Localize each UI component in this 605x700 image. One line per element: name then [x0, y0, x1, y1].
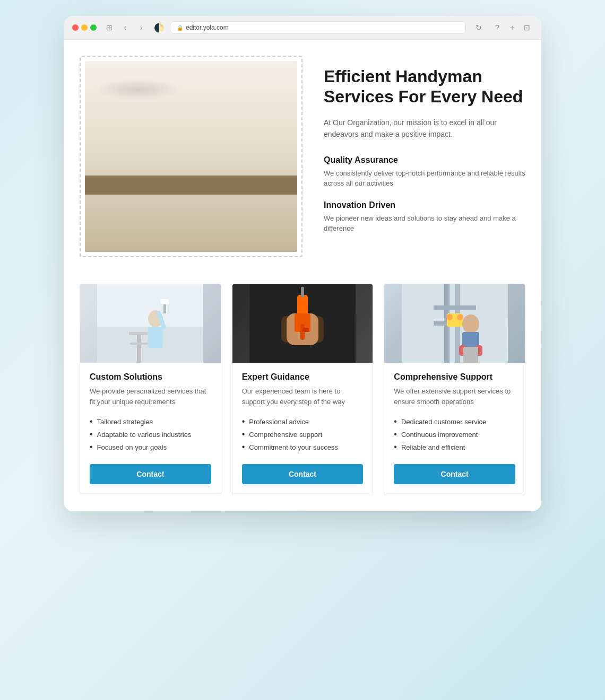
extensions-button[interactable]: ⊡ [521, 22, 533, 33]
card-3-body: Comprehensive Support We offer extensive… [384, 363, 525, 495]
svg-rect-16 [137, 332, 141, 363]
hero-subtitle: At Our Organization, our mission is to e… [324, 117, 525, 141]
traffic-light-green[interactable] [90, 24, 97, 31]
list-item: Continuous improvement [394, 428, 515, 441]
browser-actions: ? + ⊡ [491, 22, 533, 33]
card-2-title: Expert Guidance [242, 372, 364, 382]
lock-icon: 🔒 [177, 25, 183, 31]
svg-point-9 [222, 126, 245, 155]
svg-rect-8 [178, 159, 204, 191]
list-item: Adaptable to various industries [90, 428, 211, 441]
hero-image [85, 61, 297, 252]
svg-rect-47 [463, 347, 478, 363]
card-comprehensive-support: Comprehensive Support We offer extensive… [384, 284, 525, 495]
browser-chrome: ⊞ ‹ › 🌓 🔒 editor.yola.com ↻ ? + ⊡ [64, 16, 541, 40]
svg-point-7 [178, 130, 204, 162]
svg-rect-38 [434, 305, 476, 310]
card-custom-solutions: Custom Solutions We provide personalized… [80, 284, 221, 495]
feature-quality-title: Quality Assurance [324, 155, 525, 165]
svg-rect-10 [222, 154, 245, 183]
hero-section: Efficient Handyman Services For Every Ne… [80, 56, 525, 257]
list-item: Dedicated customer service [394, 415, 515, 428]
svg-rect-11 [212, 170, 255, 180]
svg-rect-4 [118, 70, 157, 95]
feature-innovation-desc: We pioneer new ideas and solutions to st… [324, 213, 525, 234]
feature-quality: Quality Assurance We consistently delive… [324, 155, 525, 189]
svg-rect-5 [85, 178, 297, 184]
card-1-body: Custom Solutions We provide personalized… [80, 363, 221, 495]
help-button[interactable]: ? [491, 22, 503, 33]
url-text: editor.yola.com [186, 24, 229, 31]
svg-rect-20 [148, 327, 163, 348]
card-2-list: Professional advice Comprehensive suppor… [242, 415, 364, 453]
hero-title: Efficient Handyman Services For Every Ne… [324, 66, 525, 107]
card-2-body: Expert Guidance Our experienced team is … [232, 363, 373, 495]
card-3-contact-button[interactable]: Contact [394, 464, 515, 484]
card-1-image [80, 284, 221, 363]
card-1-list: Tailored strategies Adaptable to various… [90, 415, 211, 453]
svg-rect-32 [301, 287, 304, 298]
svg-rect-24 [97, 284, 203, 287]
svg-rect-6 [85, 184, 297, 252]
add-tab-button[interactable]: + [506, 22, 518, 33]
card-2-contact-button[interactable]: Contact [242, 464, 364, 484]
svg-rect-33 [302, 328, 309, 332]
card-2-image [232, 284, 373, 363]
svg-point-12 [220, 167, 236, 183]
svg-rect-13 [85, 215, 149, 252]
sidebar-toggle-button[interactable]: ⊞ [102, 22, 117, 33]
card-3-image [384, 284, 525, 363]
hero-image-container [80, 56, 302, 257]
address-bar[interactable]: 🔒 editor.yola.com [170, 21, 466, 34]
feature-innovation: Innovation Driven We pioneer new ideas a… [324, 200, 525, 234]
list-item: Commitment to your success [242, 441, 364, 453]
list-item: Reliable and efficient [394, 441, 515, 453]
card-3-desc: We offer extensive support services to e… [394, 386, 515, 407]
svg-point-41 [446, 314, 453, 320]
svg-point-43 [462, 314, 479, 334]
list-item: Professional advice [242, 415, 364, 428]
svg-rect-0 [85, 61, 297, 252]
card-expert-guidance: Expert Guidance Our experienced team is … [232, 284, 374, 495]
refresh-button[interactable]: ↻ [471, 22, 486, 33]
svg-rect-23 [161, 299, 169, 304]
traffic-light-yellow[interactable] [81, 24, 88, 31]
card-3-list: Dedicated customer service Continuous im… [394, 415, 515, 453]
back-button[interactable]: ‹ [118, 22, 133, 33]
tab-icon: 🌓 [154, 23, 165, 33]
card-1-desc: We provide personalized services that fi… [90, 386, 211, 407]
card-1-title: Custom Solutions [90, 372, 211, 382]
traffic-light-red[interactable] [72, 24, 79, 31]
list-item: Tailored strategies [90, 415, 211, 428]
card-3-title: Comprehensive Support [394, 372, 515, 382]
page-content: Efficient Handyman Services For Every Ne… [64, 40, 541, 511]
svg-point-42 [457, 314, 463, 320]
feature-innovation-title: Innovation Driven [324, 200, 525, 210]
forward-button[interactable]: › [134, 22, 149, 33]
card-2-desc: Our experienced team is here to support … [242, 386, 364, 407]
card-1-contact-button[interactable]: Contact [90, 464, 211, 484]
svg-rect-1 [85, 61, 297, 178]
browser-window: ⊞ ‹ › 🌓 🔒 editor.yola.com ↻ ? + ⊡ [64, 16, 541, 511]
nav-buttons: ⊞ ‹ › [102, 22, 149, 33]
svg-point-2 [134, 78, 142, 86]
list-item: Comprehensive support [242, 428, 364, 441]
svg-rect-17 [129, 332, 149, 335]
list-item: Focused on your goals [90, 441, 211, 453]
feature-quality-desc: We consistently deliver top-notch perfor… [324, 168, 525, 189]
svg-rect-18 [130, 343, 149, 345]
svg-rect-3 [117, 75, 159, 90]
hero-text: Efficient Handyman Services For Every Ne… [324, 56, 525, 246]
traffic-lights [72, 24, 97, 31]
cards-section: Custom Solutions We provide personalized… [80, 284, 525, 495]
